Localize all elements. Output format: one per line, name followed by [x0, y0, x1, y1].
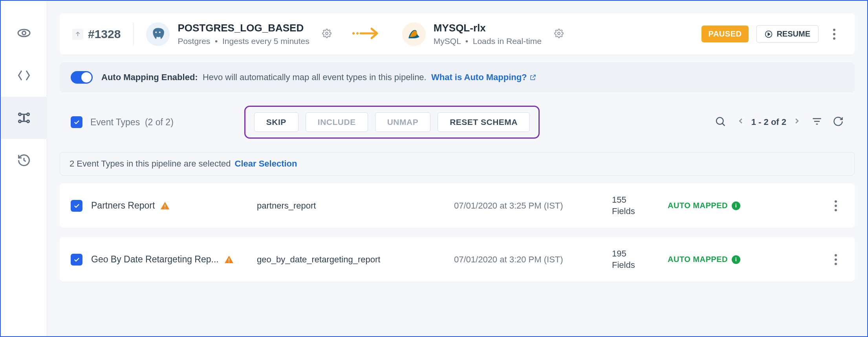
left-sidebar: [1, 1, 47, 336]
row-date: 07/01/2020 at 3:25 PM (IST): [454, 201, 603, 211]
svg-point-7: [159, 31, 161, 33]
pipeline-header: #1328 POSTGRES_LOG_BASED Postgres • Inge…: [60, 13, 855, 55]
row-slug: geo_by_date_retargeting_report: [257, 255, 445, 265]
svg-point-13: [716, 117, 723, 125]
selection-text: 2 Event Types in this pipeline are selec…: [70, 159, 231, 169]
info-icon[interactable]: i: [732, 201, 740, 210]
mysql-icon: [402, 22, 426, 46]
sidebar-transform[interactable]: [1, 54, 47, 97]
row-fields: 195Fields: [612, 248, 659, 271]
pipeline-id-text: #1328: [88, 27, 121, 41]
row-status: AUTO MAPPED i: [668, 255, 754, 264]
automap-toggle[interactable]: [71, 71, 93, 84]
svg-rect-16: [229, 258, 229, 261]
info-icon[interactable]: i: [732, 255, 740, 264]
svg-point-3: [18, 120, 21, 123]
include-button[interactable]: INCLUDE: [306, 112, 368, 132]
pipeline-id: #1328: [72, 27, 121, 41]
select-all-checkbox[interactable]: [71, 116, 82, 128]
bulk-actions: SKIP INCLUDE UNMAP RESET SCHEMA: [244, 106, 540, 139]
svg-rect-15: [165, 208, 165, 209]
row-fields: 155Fields: [612, 194, 659, 217]
row-menu-icon[interactable]: [828, 200, 844, 211]
pager-text: 1 - 2 of 2: [751, 117, 786, 127]
svg-rect-14: [165, 205, 165, 207]
clear-selection-link[interactable]: Clear Selection: [235, 159, 297, 169]
row-status: AUTO MAPPED i: [668, 201, 754, 210]
svg-point-9: [352, 32, 355, 35]
sidebar-history[interactable]: [1, 139, 47, 181]
warning-icon: [224, 255, 234, 264]
svg-point-4: [27, 113, 29, 115]
source-name: POSTGRES_LOG_BASED: [178, 22, 309, 34]
skip-button[interactable]: SKIP: [254, 112, 298, 132]
event-toolbar: Event Types (2 of 2) SKIP INCLUDE UNMAP …: [60, 100, 855, 144]
svg-rect-17: [229, 262, 229, 262]
svg-point-10: [356, 32, 359, 35]
pager-prev-icon[interactable]: [736, 117, 745, 128]
row-checkbox[interactable]: [71, 254, 82, 266]
event-row: Geo By Date Retargeting Rep... geo_by_da…: [60, 237, 855, 282]
svg-point-1: [22, 31, 26, 35]
selection-bar: 2 Event Types in this pipeline are selec…: [60, 152, 855, 176]
sidebar-overview[interactable]: [1, 12, 47, 54]
sidebar-schema[interactable]: [1, 97, 47, 139]
dest-settings-icon[interactable]: [554, 29, 564, 40]
dest-subtitle: MySQL • Loads in Real-time: [434, 37, 542, 46]
automap-banner: Auto Mapping Enabled: Hevo will automati…: [60, 62, 855, 92]
dest-block: MYSQL-rlx MySQL • Loads in Real-time: [402, 22, 564, 46]
warning-icon: [160, 201, 170, 211]
dest-name: MYSQL-rlx: [434, 22, 542, 34]
pager-next-icon[interactable]: [793, 117, 801, 128]
source-settings-icon[interactable]: [322, 29, 331, 40]
svg-point-0: [18, 29, 30, 37]
svg-point-5: [27, 120, 29, 123]
upload-icon[interactable]: [72, 29, 83, 40]
svg-point-11: [558, 32, 560, 35]
resume-button[interactable]: RESUME: [756, 25, 819, 43]
row-name: Geo By Date Retargeting Rep...: [91, 254, 219, 265]
refresh-icon[interactable]: [833, 116, 844, 128]
svg-point-8: [326, 32, 328, 35]
row-checkbox[interactable]: [71, 200, 82, 212]
source-block: POSTGRES_LOG_BASED Postgres • Ingests ev…: [146, 22, 331, 46]
source-subtitle: Postgres • Ingests every 5 minutes: [178, 37, 309, 46]
automap-desc: Hevo will automatically map all event ty…: [203, 72, 427, 82]
row-slug: partners_report: [257, 201, 445, 211]
event-types-label: Event Types (2 of 2): [90, 117, 174, 128]
search-icon[interactable]: [714, 115, 726, 129]
header-menu-icon[interactable]: [826, 29, 842, 40]
postgres-icon: [146, 22, 170, 46]
filter-icon[interactable]: [811, 116, 822, 128]
row-date: 07/01/2020 at 3:20 PM (IST): [454, 255, 603, 265]
pagination: 1 - 2 of 2: [736, 117, 801, 128]
unmap-button[interactable]: UNMAP: [375, 112, 431, 132]
status-badge: PAUSED: [701, 26, 749, 42]
automap-link[interactable]: What is Auto Mapping?: [431, 72, 537, 82]
row-menu-icon[interactable]: [828, 254, 844, 265]
arrow-icon: [352, 26, 382, 43]
event-row: Partners Report partners_report 07/01/20…: [60, 183, 855, 228]
svg-point-2: [18, 113, 21, 115]
row-name: Partners Report: [91, 200, 155, 211]
automap-title: Auto Mapping Enabled:: [101, 72, 198, 82]
svg-point-6: [156, 31, 157, 33]
reset-schema-button[interactable]: RESET SCHEMA: [438, 112, 530, 132]
